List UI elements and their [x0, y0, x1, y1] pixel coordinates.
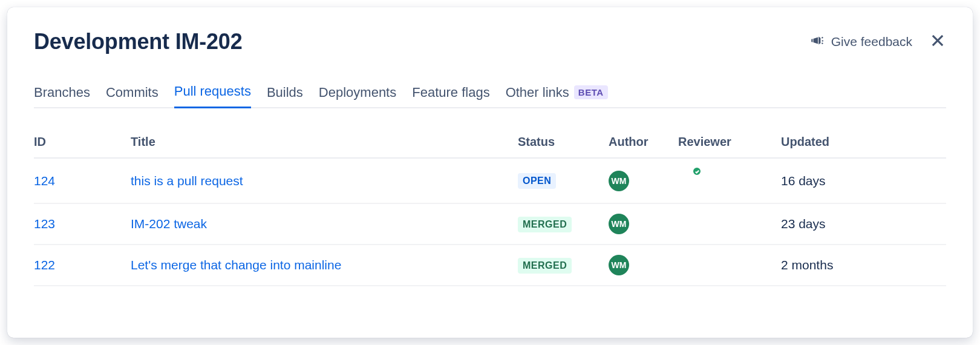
updated-text: 16 days [781, 174, 826, 188]
table-header-row: ID Title Status Author Reviewer Updated [34, 126, 946, 158]
pull-requests-table: ID Title Status Author Reviewer Updated … [34, 126, 946, 286]
pr-id-link[interactable]: 124 [34, 174, 55, 188]
tab-label: Branches [34, 85, 90, 100]
tab-commits[interactable]: Commits [106, 80, 158, 108]
megaphone-icon [809, 33, 825, 51]
status-badge: OPEN [518, 173, 556, 189]
tab-feature-flags[interactable]: Feature flags [412, 80, 489, 108]
close-icon [929, 32, 946, 51]
tab-other-links[interactable]: Other links BETA [506, 80, 608, 108]
updated-text: 23 days [781, 217, 826, 231]
tab-builds[interactable]: Builds [267, 80, 303, 108]
approved-check-icon [692, 166, 702, 176]
pr-title-link[interactable]: this is a pull request [131, 174, 243, 188]
col-header-title: Title [131, 126, 518, 158]
pr-title-link[interactable]: Let's merge that change into mainline [131, 258, 341, 272]
status-badge: MERGED [518, 258, 572, 274]
author-avatar[interactable]: WM [609, 214, 629, 234]
panel-header: Development IM-202 Give feedback [34, 29, 946, 54]
col-header-reviewer: Reviewer [678, 126, 781, 158]
pr-id-link[interactable]: 122 [34, 258, 55, 272]
table-row: 122 Let's merge that change into mainlin… [34, 245, 946, 286]
tabs: Branches Commits Pull requests Builds De… [34, 80, 946, 108]
pr-title-link[interactable]: IM-202 tweak [131, 217, 207, 231]
pr-id-link[interactable]: 123 [34, 217, 55, 231]
col-header-id: ID [34, 126, 131, 158]
tab-label: Commits [106, 85, 158, 100]
tab-label: Other links [506, 85, 569, 100]
author-avatar[interactable]: WM [609, 171, 629, 191]
tab-branches[interactable]: Branches [34, 80, 90, 108]
give-feedback-label: Give feedback [831, 34, 912, 49]
give-feedback-button[interactable]: Give feedback [809, 33, 912, 51]
close-button[interactable] [929, 32, 946, 51]
tab-label: Builds [267, 85, 303, 100]
beta-badge: BETA [574, 85, 608, 99]
development-panel: Development IM-202 Give feedback Branche… [7, 7, 973, 338]
author-avatar[interactable]: WM [609, 255, 629, 275]
table-row: 123 IM-202 tweak MERGED WM 23 days [34, 203, 946, 245]
reviewer-avatar[interactable] [678, 168, 700, 190]
status-badge: MERGED [518, 217, 572, 232]
col-header-status: Status [518, 126, 609, 158]
table-row: 124 this is a pull request OPEN WM 16 da… [34, 158, 946, 203]
col-header-updated: Updated [781, 126, 946, 158]
panel-title: Development IM-202 [34, 29, 243, 54]
updated-text: 2 months [781, 258, 833, 272]
tab-label: Pull requests [174, 84, 251, 99]
header-actions: Give feedback [809, 32, 946, 51]
tab-label: Feature flags [412, 85, 489, 100]
tab-label: Deployments [319, 85, 396, 100]
tab-deployments[interactable]: Deployments [319, 80, 396, 108]
tab-pull-requests[interactable]: Pull requests [174, 80, 251, 108]
col-header-author: Author [609, 126, 678, 158]
